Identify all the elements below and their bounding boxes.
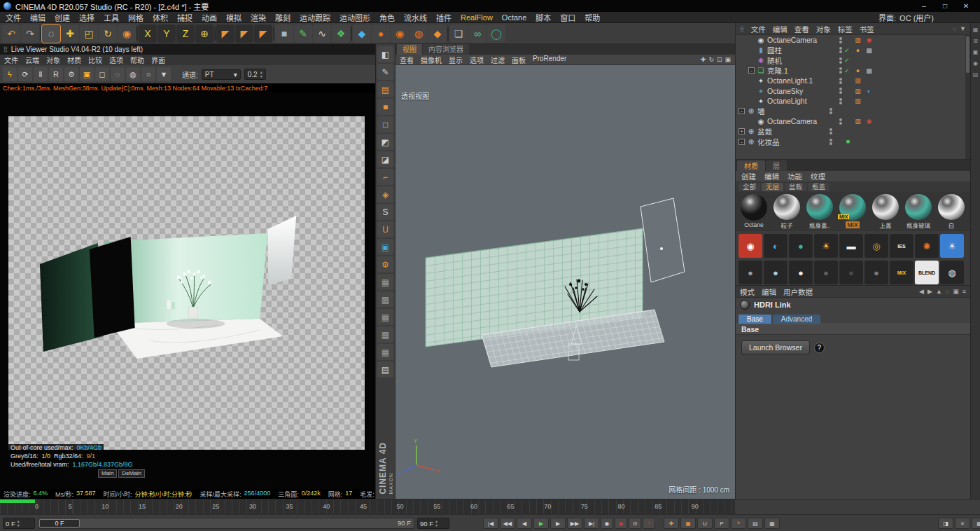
frame-tick[interactable]: 15 — [139, 503, 146, 510]
frame-tick[interactable]: 30 — [249, 503, 256, 510]
camera-lock-icon[interactable]: ◉ — [973, 60, 978, 67]
lock-resolution-icon[interactable]: ▣ — [80, 67, 94, 81]
octane-settings-button[interactable]: ◉ — [391, 25, 409, 43]
object-row[interactable]: ✦ OctaneLight.1 ▥ — [736, 76, 970, 86]
menu-item[interactable]: 标签 — [838, 24, 853, 34]
workplane-toggle-icon[interactable]: ✚ — [664, 518, 679, 529]
viewport-canvas[interactable]: Y X Z 透视视图 网格间距 : 1000 cm — [396, 65, 735, 499]
xref-button[interactable]: ∞ — [468, 25, 486, 43]
history-forward-icon[interactable]: ▶ — [927, 288, 932, 295]
object-tag[interactable]: ▥ — [853, 118, 862, 125]
menu-item[interactable]: 比较 — [88, 55, 102, 65]
frame-tick[interactable]: 85 — [654, 503, 662, 510]
menu-item[interactable]: 选项 — [109, 55, 123, 65]
visibility-dots[interactable] — [839, 57, 842, 64]
object-tag[interactable]: ● — [853, 67, 862, 74]
menu-item[interactable]: 捕捉 — [177, 12, 192, 23]
separator[interactable] — [136, 27, 138, 41]
texture-axis-icon[interactable]: ▤ — [377, 81, 393, 97]
layout-icon[interactable]: ▦ — [972, 518, 980, 529]
visibility-dots[interactable] — [830, 128, 832, 135]
frame-tick[interactable]: 90 — [692, 503, 699, 510]
panel-menu-icon[interactable]: ≡ — [962, 288, 966, 295]
material-item[interactable]: 粒子 — [771, 194, 802, 229]
minimize-button[interactable]: – — [913, 0, 934, 12]
menu-item[interactable]: 界面 — [151, 55, 165, 65]
menu-item[interactable]: 插件 — [436, 12, 451, 23]
notes-icon[interactable]: ▤ — [377, 361, 393, 378]
menu-item[interactable]: 云端 — [25, 55, 39, 65]
undo-icon[interactable]: ↶ — [2, 25, 20, 43]
filter-icon[interactable]: ▼ — [960, 25, 966, 32]
menu-item[interactable]: 文件 — [4, 55, 18, 65]
menu-item[interactable]: 创建 — [55, 12, 70, 23]
menu-item[interactable]: 用户数据 — [783, 287, 813, 297]
z-axis-button[interactable]: Z — [176, 25, 195, 43]
prev-key-button[interactable]: ◀◀ — [500, 518, 515, 529]
menu-item[interactable]: 文件 — [6, 12, 21, 23]
object-tag[interactable]: ■ — [844, 138, 853, 145]
menu-item[interactable]: 动画 — [202, 12, 217, 23]
area-light-node[interactable]: ▬ — [839, 234, 863, 258]
frame-tick[interactable]: 70 — [544, 503, 551, 510]
frame-tick[interactable]: 60 — [470, 503, 477, 510]
render-image[interactable] — [8, 116, 365, 450]
sun-node[interactable]: ☀ — [814, 234, 838, 258]
sky-node[interactable]: ☀ — [940, 234, 964, 258]
menu-item[interactable]: 材质 — [67, 55, 81, 65]
enable-check[interactable]: ✓ — [844, 47, 851, 54]
menu-item[interactable]: 帮助 — [130, 55, 144, 65]
object-tag[interactable]: ◉ — [864, 118, 874, 125]
realflow-button[interactable]: ◆ — [353, 25, 371, 43]
visibility-dots[interactable] — [839, 98, 842, 104]
make-editable-icon[interactable]: ◧ — [377, 46, 393, 62]
grid-array-icon-2[interactable]: ▦ — [377, 291, 393, 308]
menu-item[interactable]: 渲染 — [251, 12, 266, 23]
frame-tick[interactable]: 25 — [212, 503, 219, 510]
frame-tick[interactable]: 50 — [397, 503, 404, 510]
diffuse-material-node[interactable]: ● — [738, 261, 762, 284]
object-row[interactable]: - ❏ 克隆.1 ✓ ● ▩ — [736, 66, 970, 76]
separator[interactable] — [351, 27, 352, 41]
menu-item[interactable]: 对象 — [816, 24, 831, 34]
enable-check[interactable]: ✓ — [844, 57, 851, 64]
search-icon[interactable]: ◌ — [953, 25, 956, 32]
magnet-icon[interactable]: U — [377, 221, 393, 237]
expand-toggle[interactable] — [748, 98, 755, 104]
expand-toggle[interactable] — [748, 47, 755, 53]
object-tag[interactable]: ▩ — [864, 67, 874, 74]
material-manager-tab[interactable]: 层 — [766, 160, 787, 171]
sample-stepper[interactable]: 0.2 ▴▾ — [244, 69, 266, 80]
menu-item[interactable]: 查看 — [400, 55, 414, 65]
frame-slider[interactable]: 0 F 90 F — [38, 518, 414, 529]
object-row[interactable]: ◉ OctaneCamera ▥ ◉ — [736, 116, 970, 127]
grid-array-icon-1[interactable]: ▦ — [377, 274, 393, 290]
rotate-tool[interactable]: ↻ — [99, 25, 117, 43]
menu-item[interactable]: 体积 — [153, 12, 168, 23]
menu-item[interactable]: 摄像机 — [421, 55, 442, 65]
visibility-dots[interactable] — [839, 37, 842, 43]
keyframe-selection-button[interactable]: ⊙ — [629, 518, 641, 529]
frame-tick[interactable]: 5 — [69, 503, 72, 510]
expand-toggle[interactable]: + — [738, 128, 745, 135]
menu-item[interactable]: 纹理 — [811, 171, 825, 181]
object-tag[interactable]: ▥ — [853, 77, 862, 84]
expand-toggle[interactable] — [748, 78, 755, 84]
visibility-dots[interactable] — [830, 108, 832, 114]
object-tag[interactable]: ▥ — [853, 97, 862, 104]
menu-item[interactable]: Octane — [502, 13, 526, 22]
axis-lock-icon[interactable]: ▣ — [377, 239, 393, 255]
frame-tick[interactable]: 10 — [102, 503, 108, 510]
goto-end-button[interactable]: ▶| — [584, 518, 599, 529]
light-bulb-icon[interactable]: ○ — [141, 67, 155, 81]
model-mode-icon[interactable]: ■ — [377, 99, 393, 115]
menu-item[interactable]: 文件 — [751, 24, 766, 34]
menu-item[interactable]: 模拟 — [226, 12, 241, 23]
menu-item[interactable]: 雕刻 — [275, 12, 290, 23]
object-tag[interactable]: ● — [853, 47, 862, 54]
menu-item[interactable]: 窗口 — [560, 12, 575, 23]
menu-item[interactable]: 编辑 — [773, 24, 788, 34]
menu-item[interactable]: 流水线 — [404, 12, 427, 23]
object-row[interactable]: ◉ OctaneCamera ▥ ◉ — [736, 35, 970, 46]
separator[interactable] — [273, 27, 274, 41]
